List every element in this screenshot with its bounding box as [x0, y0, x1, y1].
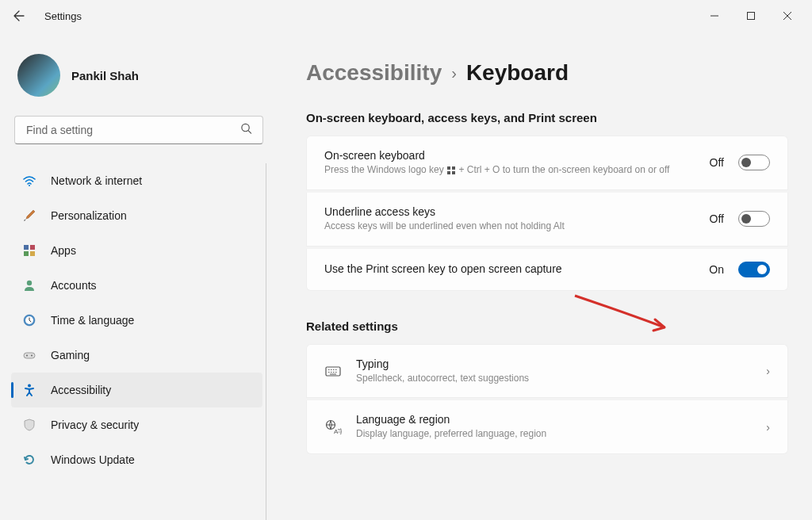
sidebar-item-label: Accessibility: [51, 384, 111, 396]
svg-point-13: [28, 384, 31, 388]
keyboard-icon: [324, 362, 342, 380]
toggle-state-label: Off: [710, 156, 724, 169]
search-input[interactable]: [14, 116, 263, 144]
setting-description: Press the Windows logo key + Ctrl + O to…: [324, 163, 695, 177]
sidebar-item-label: Network & internet: [51, 174, 142, 187]
breadcrumb: Accessibility › Keyboard: [306, 60, 788, 86]
svg-point-7: [27, 281, 32, 285]
toggle-print-screen[interactable]: [738, 262, 770, 277]
gamepad-icon: [22, 348, 36, 362]
maximize-icon: [747, 12, 755, 20]
close-button[interactable]: [769, 3, 806, 29]
svg-text:A字: A字: [334, 428, 342, 435]
sidebar-item-label: Windows Update: [51, 453, 135, 466]
sidebar-item-privacy[interactable]: Privacy & security: [11, 407, 262, 442]
keyboard-settings-group: On-screen keyboard Press the Windows log…: [306, 136, 788, 291]
section-title: On-screen keyboard, access keys, and Pri…: [306, 111, 788, 124]
svg-rect-3: [24, 245, 29, 250]
sidebar-item-label: Personalization: [51, 209, 127, 222]
toggle-underline-access-keys[interactable]: [738, 211, 770, 227]
minimize-button[interactable]: [696, 3, 733, 29]
nav-list: Network & internet Personalization Apps …: [11, 163, 266, 520]
breadcrumb-parent[interactable]: Accessibility: [306, 60, 442, 86]
toggle-state-label: On: [709, 263, 724, 276]
svg-rect-10: [24, 353, 35, 358]
language-icon: A字: [324, 419, 342, 436]
svg-rect-5: [24, 251, 29, 256]
search-box: [11, 116, 266, 144]
toggle-state-label: Off: [710, 212, 724, 225]
sidebar-item-apps[interactable]: Apps: [11, 233, 262, 268]
window-controls: [696, 3, 806, 29]
chevron-right-icon: ›: [766, 365, 770, 377]
sidebar-item-time-language[interactable]: Time & language: [11, 303, 262, 338]
app-title: Settings: [44, 10, 82, 22]
svg-point-2: [29, 185, 30, 186]
close-icon: [783, 12, 791, 20]
sidebar-item-network[interactable]: Network & internet: [11, 163, 262, 198]
setting-description: Access keys will be underlined even when…: [324, 220, 695, 233]
setting-description: Spellcheck, autocorrect, text suggestion…: [356, 372, 752, 385]
accessibility-icon: [22, 383, 36, 397]
sidebar-item-gaming[interactable]: Gaming: [11, 338, 262, 373]
setting-title: Use the Print screen key to open screen …: [324, 262, 695, 275]
profile-name: Pankil Shah: [71, 69, 139, 82]
sidebar-item-windows-update[interactable]: Windows Update: [11, 442, 262, 477]
toggle-onscreen-keyboard[interactable]: [738, 155, 770, 170]
setting-title: Typing: [356, 358, 752, 370]
sidebar: Pankil Shah Network & internet Personali…: [0, 32, 278, 520]
related-settings-group: Typing Spellcheck, autocorrect, text sug…: [306, 344, 788, 455]
avatar: [17, 54, 60, 97]
section-title: Related settings: [306, 319, 788, 333]
back-button[interactable]: [6, 3, 32, 29]
wifi-icon: [22, 174, 36, 188]
sidebar-item-label: Time & language: [51, 314, 134, 327]
back-arrow-icon: [13, 10, 25, 22]
setting-title: Underline access keys: [324, 205, 695, 218]
sidebar-item-accessibility[interactable]: Accessibility: [11, 373, 262, 407]
person-icon: [22, 278, 36, 292]
sidebar-item-accounts[interactable]: Accounts: [11, 268, 262, 303]
setting-onscreen-keyboard[interactable]: On-screen keyboard Press the Windows log…: [306, 136, 788, 190]
sidebar-item-label: Gaming: [51, 349, 90, 361]
sidebar-item-label: Apps: [51, 244, 76, 257]
brush-icon: [22, 208, 36, 223]
setting-underline-access-keys[interactable]: Underline access keys Access keys will b…: [306, 193, 788, 247]
clock-icon: [22, 313, 36, 327]
profile-section[interactable]: Pankil Shah: [11, 41, 266, 116]
setting-description: Display language, preferred language, re…: [356, 427, 752, 441]
sidebar-item-personalization[interactable]: Personalization: [11, 198, 262, 233]
related-setting-typing[interactable]: Typing Spellcheck, autocorrect, text sug…: [306, 344, 788, 399]
related-setting-language[interactable]: A字 Language & region Display language, p…: [306, 400, 788, 454]
titlebar: Settings: [0, 0, 812, 32]
svg-rect-6: [30, 251, 35, 256]
breadcrumb-current: Keyboard: [466, 60, 569, 86]
shield-icon: [22, 418, 36, 432]
maximize-button[interactable]: [733, 3, 769, 29]
svg-point-12: [31, 355, 33, 357]
minimize-icon: [710, 12, 718, 20]
chevron-right-icon: ›: [451, 64, 457, 82]
windows-logo-icon: [447, 166, 455, 174]
sidebar-item-label: Privacy & security: [51, 419, 139, 431]
svg-rect-0: [748, 13, 755, 20]
svg-point-11: [26, 355, 28, 357]
main-content: Accessibility › Keyboard On-screen keybo…: [278, 32, 812, 520]
setting-print-screen[interactable]: Use the Print screen key to open screen …: [306, 249, 788, 291]
apps-icon: [22, 243, 36, 258]
svg-rect-4: [30, 245, 35, 250]
setting-title: On-screen keyboard: [324, 149, 695, 162]
sidebar-item-label: Accounts: [51, 279, 97, 292]
update-icon: [22, 453, 36, 467]
chevron-right-icon: ›: [766, 421, 770, 434]
setting-title: Language & region: [356, 413, 752, 426]
